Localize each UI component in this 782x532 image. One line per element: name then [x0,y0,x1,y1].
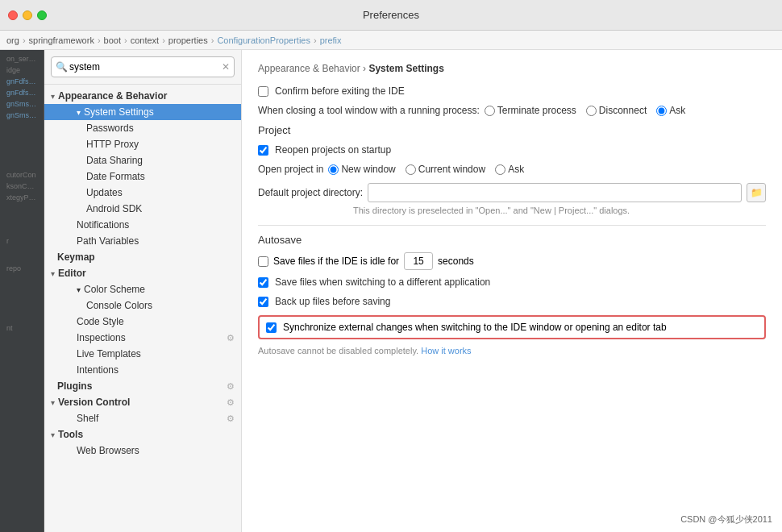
nav-section-tools[interactable]: ▾ Tools [44,426,241,443]
breadcrumb-item[interactable]: boot [104,35,121,45]
file-tree-item: gnSmsClie [0,110,44,121]
watermark: CSDN @今狐少侠2011 [680,513,772,526]
autosave-title: Autosave [258,225,766,246]
breadcrumb-item[interactable]: org [6,35,19,45]
nav-item-intentions[interactable]: Intentions [44,362,241,378]
search-input[interactable] [51,56,235,77]
nav-item-console-colors[interactable]: Console Colors [44,297,241,314]
reopen-projects-label: Reopen projects on startup [275,144,391,156]
breadcrumb-item[interactable]: context [131,35,159,45]
minimize-button[interactable] [23,10,32,20]
backup-row: Back up files before saving [258,296,766,307]
nav-section-version-control[interactable]: ▾ Version Control ⚙ [44,394,241,410]
nav-item-updates[interactable]: Updates [44,185,241,201]
idle-value-input[interactable] [404,252,433,270]
collapse-arrow-icon: ▾ [51,92,55,101]
section-label: Tools [58,429,83,440]
nav-item-date-formats[interactable]: Date Formats [44,168,241,185]
default-dir-row: Default project directory: 📁 [258,183,766,202]
file-tree: on_server idge gnFdfsClie gnFdfsClie gnS… [0,50,44,532]
nav-item-color-scheme[interactable]: ▾ Color Scheme [44,281,241,297]
content-breadcrumb: Appearance & Behavior › System Settings [258,63,766,74]
collapse-arrow-icon: ▾ [51,398,55,407]
confirm-exit-checkbox[interactable] [258,86,268,97]
settings-icon: ⚙ [227,397,235,408]
nav-section-appearance[interactable]: ▾ Appearance & Behavior [44,88,241,104]
window-title: Preferences [363,9,419,21]
breadcrumb-item[interactable]: springframework [29,35,94,45]
synchronize-row: Synchronize external changes when switch… [258,315,766,339]
arrow-icon: ▾ [77,285,81,294]
open-project-label: Open project in [258,164,323,175]
nav-item-label: Live Templates [77,348,141,360]
nav-item-path-variables[interactable]: Path Variables [44,233,241,249]
nav-item-label: Plugins [57,380,92,392]
folder-icon: 📁 [751,187,763,198]
nav-item-notifications[interactable]: Notifications [44,217,241,233]
file-tree-item: nt [0,322,44,334]
file-tree-item: cutorCon [0,169,44,181]
maximize-button[interactable] [37,10,47,20]
breadcrumb-item[interactable]: ConfigurationProperties [217,35,310,45]
nav-item-web-browsers[interactable]: Web Browsers [44,443,241,459]
nav-item-passwords[interactable]: Passwords [44,120,241,136]
confirm-exit-label: Confirm before exiting the IDE [275,85,405,97]
nav-item-data-sharing[interactable]: Data Sharing [44,152,241,168]
search-icon: 🔍 [56,61,68,73]
close-button[interactable] [8,10,18,20]
breadcrumb-item[interactable]: properties [168,35,208,45]
nav-item-shelf[interactable]: Shelf ⚙ [44,410,241,426]
file-tree-item: idge [0,64,44,76]
nav-panel: 🔍 ✕ ▾ Appearance & Behavior ▾ [44,50,242,532]
radio-ask[interactable]: Ask [656,105,685,116]
nav-item-http-proxy[interactable]: HTTP Proxy [44,136,241,152]
title-bar: Preferences [0,0,782,31]
autosave-note: Autosave cannot be disabled completely. … [258,346,766,355]
browse-button[interactable]: 📁 [747,183,766,202]
closing-options: Terminate process Disconnect Ask [485,105,685,116]
section-label: Appearance & Behavior [58,90,167,102]
confirm-exit-row: Confirm before exiting the IDE [258,85,766,97]
backup-checkbox[interactable] [258,297,268,307]
save-switching-checkbox[interactable] [258,277,268,288]
radio-new-window[interactable]: New window [328,164,395,175]
nav-item-code-style[interactable]: Code Style [44,314,241,330]
reopen-projects-checkbox[interactable] [258,145,268,156]
nav-item-label: Path Variables [77,235,139,247]
radio-ask-project[interactable]: Ask [495,164,524,175]
radio-current-window[interactable]: Current window [406,164,485,175]
nav-item-label: Code Style [77,316,124,327]
default-dir-input[interactable] [368,183,742,202]
nav-item-label: Updates [86,187,123,198]
file-tree-item: ksonConf [0,181,44,192]
nav-item-keymap[interactable]: Keymap [44,249,241,265]
radio-terminate[interactable]: Terminate process [485,105,576,116]
collapse-arrow-icon: ▾ [51,430,55,439]
how-it-works-link[interactable]: How it works [421,346,471,355]
save-idle-checkbox[interactable] [258,256,268,267]
dir-hint: This directory is preselected in "Open..… [353,206,766,215]
synchronize-checkbox[interactable] [266,322,277,333]
section-label: Version Control [58,397,130,408]
clear-icon[interactable]: ✕ [222,61,230,73]
nav-item-inspections[interactable]: Inspections ⚙ [44,330,241,346]
file-tree-item: gnFdfsClie [0,76,44,87]
settings-icon: ⚙ [227,333,235,343]
nav-section-editor[interactable]: ▾ Editor [44,265,241,281]
nav-item-label: Passwords [86,123,134,134]
nav-item-label: HTTP Proxy [86,139,139,150]
nav-item-system-settings[interactable]: ▾ System Settings [44,104,241,120]
file-tree-item: repo [0,263,44,274]
nav-item-live-templates[interactable]: Live Templates [44,346,241,362]
nav-tree: ▾ Appearance & Behavior ▾ System Setting… [44,85,241,532]
file-tree-item: on_server [0,53,44,64]
radio-disconnect[interactable]: Disconnect [586,105,647,116]
nav-item-android-sdk[interactable]: Android SDK [44,201,241,217]
breadcrumb-item[interactable]: prefix [320,35,342,45]
nav-item-label: System Settings [84,106,154,118]
arrow-icon: ▾ [77,108,81,117]
autosave-section: Autosave Save files if the IDE is idle f… [258,225,766,355]
nav-item-plugins[interactable]: Plugins ⚙ [44,378,241,394]
traffic-lights [8,10,47,20]
nav-item-label: Web Browsers [77,445,139,456]
